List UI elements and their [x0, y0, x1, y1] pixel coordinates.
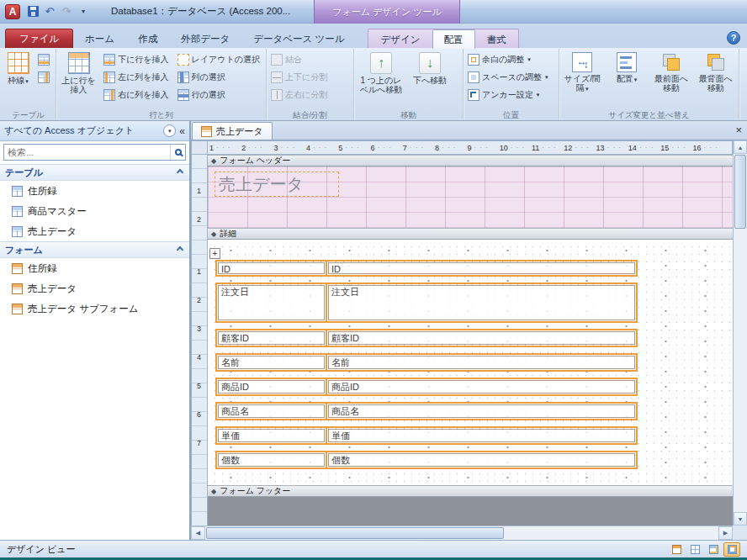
insert-below-button[interactable]: 下に行を挿入	[101, 51, 172, 68]
insert-left-button[interactable]: 左に列を挿入	[101, 69, 172, 86]
section-bar-detail[interactable]: ◆ 詳細	[208, 228, 733, 240]
document-tab-salesdata[interactable]: 売上データ	[192, 122, 273, 140]
field-textbox[interactable]: 名前	[328, 356, 635, 369]
nav-section-tables[interactable]: テーブル	[0, 164, 189, 181]
field-label[interactable]: 名前	[218, 356, 325, 369]
field-row-orderdate[interactable]: 注文日 注文日	[215, 283, 638, 323]
nav-section-forms[interactable]: フォーム	[0, 241, 189, 258]
layout-select-handle[interactable]: +	[209, 248, 220, 259]
nav-pane-collapse-button[interactable]: «	[179, 125, 185, 137]
field-row-productname[interactable]: 商品名 商品名	[215, 402, 638, 420]
scroll-left-button[interactable]: ◀	[191, 526, 205, 540]
tab-file[interactable]: ファイル	[5, 29, 73, 48]
field-textbox[interactable]: 商品ID	[328, 380, 635, 394]
tab-create[interactable]: 作成	[126, 29, 169, 48]
send-to-back-button[interactable]: 最背面へ移動	[694, 50, 737, 109]
view-design-button[interactable]	[723, 542, 740, 557]
scroll-down-button[interactable]: ▼	[734, 512, 747, 526]
search-input[interactable]	[4, 147, 170, 157]
tab-external-data[interactable]: 外部データ	[169, 29, 241, 48]
tabular-layout-button[interactable]	[35, 69, 54, 86]
form-title-label[interactable]: 売上データ	[215, 172, 339, 197]
field-row-unitprice[interactable]: 単価 単価	[215, 426, 638, 445]
tab-design[interactable]: デザイン	[368, 29, 432, 49]
view-form-button[interactable]	[668, 542, 685, 557]
select-layout-button[interactable]: レイアウトの選択	[175, 51, 264, 68]
access-app-icon[interactable]: A	[5, 4, 20, 19]
vertical-scrollbar[interactable]: ▲ ▼	[733, 140, 747, 526]
field-label[interactable]: 注文日	[218, 285, 325, 320]
merge-button[interactable]: 結合	[268, 51, 331, 68]
select-column-button[interactable]: 列の選択	[175, 69, 264, 86]
redo-button[interactable]: ↷	[59, 4, 74, 19]
field-row-quantity[interactable]: 個数 個数	[215, 451, 638, 469]
field-label[interactable]: 個数	[218, 453, 325, 467]
field-label[interactable]: 商品名	[218, 404, 325, 418]
nav-item-table-salesdata[interactable]: 売上データ	[0, 221, 189, 241]
size-space-button[interactable]: サイズ/間隔▾	[561, 50, 604, 109]
select-row-button[interactable]: 行の選択	[175, 87, 264, 103]
control-margins-button[interactable]: 余白の調整▾	[465, 51, 552, 68]
horizontal-scroll-track[interactable]	[205, 526, 718, 540]
qat-customize-button[interactable]: ▾	[76, 4, 91, 19]
nav-item-table-productmaster[interactable]: 商品マスター	[0, 201, 189, 221]
document-close-button[interactable]: ×	[735, 124, 742, 135]
field-row-id[interactable]: ID ID	[215, 260, 638, 277]
insert-right-button[interactable]: 右に列を挿入	[101, 87, 172, 103]
tab-database-tools[interactable]: データベース ツール	[241, 29, 356, 48]
split-horizontal-button[interactable]: 左右に分割	[268, 87, 331, 103]
field-label[interactable]: 商品ID	[218, 380, 325, 394]
control-padding-button[interactable]: スペースの調整▾	[465, 69, 552, 86]
nav-pane-header[interactable]: すべての Access オブジェクト ▾ «	[0, 121, 189, 141]
field-label[interactable]: 顧客ID	[218, 331, 325, 345]
split-vertical-button[interactable]: 上下に分割	[268, 69, 331, 86]
field-textbox[interactable]: ID	[328, 262, 635, 274]
nav-item-form-salesdata-subform[interactable]: 売上データ サブフォーム	[0, 298, 189, 319]
vertical-ruler[interactable]: 121234567	[191, 155, 208, 526]
view-layout-button[interactable]	[705, 542, 722, 557]
field-textbox[interactable]: 個数	[328, 453, 635, 467]
gridlines-button[interactable]: 枠線▾	[3, 50, 34, 109]
nav-item-form-salesdata[interactable]: 売上データ	[0, 278, 189, 298]
field-row-customerid[interactable]: 顧客ID 顧客ID	[215, 329, 638, 347]
tab-arrange[interactable]: 配置	[432, 29, 475, 49]
move-down-button[interactable]: ↓ 下へ移動	[408, 50, 452, 109]
anchoring-button[interactable]: アンカー設定▾	[465, 87, 552, 103]
tab-home[interactable]: ホーム	[73, 29, 126, 48]
form-footer-section[interactable]	[208, 497, 733, 526]
insert-above-button[interactable]: ↑ 上に行を挿入	[58, 50, 99, 109]
horizontal-scroll-thumb[interactable]	[206, 527, 504, 539]
section-bar-form-footer[interactable]: ◆ フォーム フッター	[208, 485, 733, 497]
help-button[interactable]: ?	[727, 31, 740, 45]
section-bar-form-header[interactable]: ◆ フォーム ヘッダー	[208, 155, 733, 166]
field-textbox[interactable]: 注文日	[328, 285, 635, 320]
form-selector-button[interactable]	[191, 140, 208, 155]
scroll-right-button[interactable]: ▶	[718, 526, 733, 540]
field-label[interactable]: 単価	[218, 429, 325, 442]
horizontal-scrollbar[interactable]: ◀ ▶	[191, 526, 733, 540]
bring-to-front-button[interactable]: 最前面へ移動	[650, 50, 693, 109]
move-up-button[interactable]: ↑ 1 つ上のレベルへ移動	[356, 50, 406, 109]
field-textbox[interactable]: 商品名	[328, 404, 635, 418]
align-button[interactable]: 配置▾	[606, 50, 649, 109]
nav-pane-menu-button[interactable]: ▾	[163, 124, 176, 137]
stacked-layout-button[interactable]	[35, 51, 54, 68]
view-datasheet-button[interactable]	[686, 542, 703, 557]
horizontal-ruler[interactable]: 1· · ·2· · ·3· · ·4· · ·5· · ·6· · ·7· ·…	[208, 140, 733, 155]
vertical-scroll-thumb[interactable]	[734, 155, 746, 229]
field-row-productid[interactable]: 商品ID 商品ID	[215, 378, 638, 396]
scroll-up-button[interactable]: ▲	[734, 140, 747, 154]
form-header-section[interactable]: 売上データ	[208, 166, 733, 228]
search-button[interactable]	[170, 145, 185, 160]
save-button[interactable]	[25, 4, 40, 19]
nav-item-form-addressbook[interactable]: 住所録	[0, 258, 189, 278]
field-textbox[interactable]: 単価	[328, 429, 635, 442]
vertical-scroll-track[interactable]	[734, 154, 747, 512]
field-textbox[interactable]: 顧客ID	[328, 331, 635, 345]
tab-format[interactable]: 書式	[475, 29, 518, 49]
undo-button[interactable]: ↶	[42, 4, 57, 19]
detail-section[interactable]: + ID ID 注文日 注文日 顧客ID	[208, 240, 733, 485]
nav-item-table-addressbook[interactable]: 住所録	[0, 181, 189, 201]
field-label[interactable]: ID	[218, 262, 325, 274]
field-row-name[interactable]: 名前 名前	[215, 353, 638, 372]
